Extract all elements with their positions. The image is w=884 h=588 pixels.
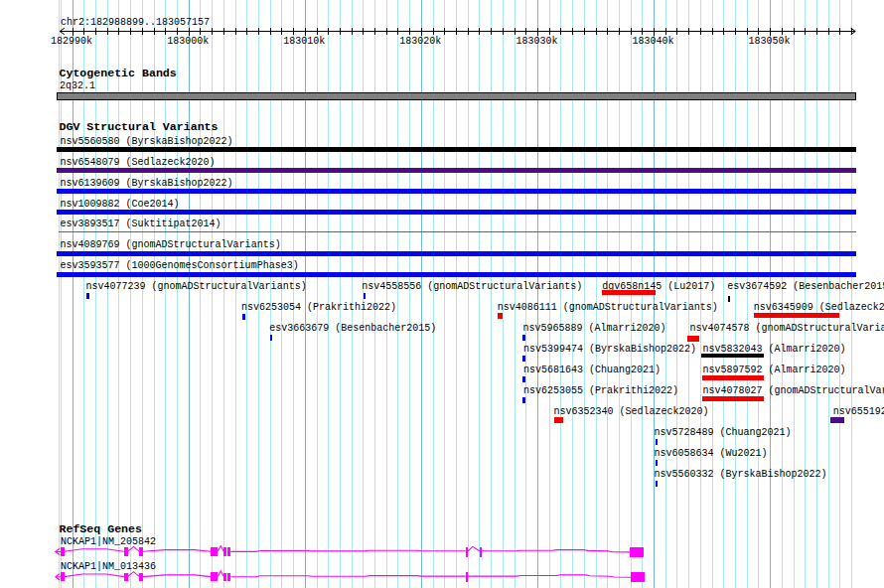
svg-text:nsv4078027 (gnomADStructuralVa: nsv4078027 (gnomADStructuralVariants) — [703, 385, 884, 396]
svg-text:nsv5560332 (ByrskaBishop2022): nsv5560332 (ByrskaBishop2022) — [655, 469, 827, 480]
svg-text:183010k: 183010k — [283, 36, 325, 47]
svg-text:nsv4077239 (gnomADStructuralVa: nsv4077239 (gnomADStructuralVariants) — [86, 281, 307, 292]
svg-text:chr2:182988899..183057157: chr2:182988899..183057157 — [61, 17, 210, 28]
svg-text:esv3674592 (Besenbacher2015): esv3674592 (Besenbacher2015) — [727, 281, 884, 292]
svg-text:nsv6345909 (Sedlazeck2022): nsv6345909 (Sedlazeck2022) — [754, 302, 884, 313]
svg-text:182990k: 182990k — [51, 36, 92, 47]
svg-text:esv3893517 (Suktitipat2014): esv3893517 (Suktitipat2014) — [61, 219, 221, 229]
svg-text:nsv5728489 (Chuang2021): nsv5728489 (Chuang2021) — [655, 427, 792, 438]
svg-text:nsv6139609 (ByrskaBishop2022): nsv6139609 (ByrskaBishop2022) — [61, 178, 233, 189]
svg-text:183020k: 183020k — [399, 36, 441, 47]
svg-text:nsv5897592 (Almarri2020): nsv5897592 (Almarri2020) — [703, 365, 846, 375]
svg-text:nsv6352340 (Sedlazeck2020): nsv6352340 (Sedlazeck2020) — [554, 406, 709, 417]
svg-text:nsv6253055 (Prakrithi2022): nsv6253055 (Prakrithi2022) — [523, 385, 678, 396]
svg-text:nsv4086111 (gnomADStructuralVa: nsv4086111 (gnomADStructuralVariants) — [498, 302, 718, 313]
svg-text:nsv5560580 (ByrskaBishop2022): nsv5560580 (ByrskaBishop2022) — [61, 136, 233, 147]
svg-text:183000k: 183000k — [167, 36, 209, 47]
svg-text:nsv6548079 (Sedlazeck2020): nsv6548079 (Sedlazeck2020) — [61, 157, 216, 168]
svg-text:NCKAP1|NM_205842: NCKAP1|NM_205842 — [61, 536, 156, 547]
svg-text:esv3663679 (Besenbacher2015): esv3663679 (Besenbacher2015) — [269, 323, 436, 334]
svg-text:183040k: 183040k — [632, 36, 673, 47]
svg-text:nsv4558556 (gnomADStructuralVa: nsv4558556 (gnomADStructuralVariants) — [362, 281, 582, 292]
svg-text:NCKAP1|NM_013436: NCKAP1|NM_013436 — [61, 561, 156, 572]
svg-text:2q32.1: 2q32.1 — [60, 80, 95, 91]
svg-text:nsv5399474 (ByrskaBishop2022): nsv5399474 (ByrskaBishop2022) — [523, 344, 696, 355]
svg-text:nsv1009882 (Coe2014): nsv1009882 (Coe2014) — [61, 199, 180, 210]
svg-text:Cytogenetic Bands: Cytogenetic Bands — [60, 67, 177, 79]
svg-text:nsv5832043 (Almarri2020): nsv5832043 (Almarri2020) — [703, 344, 846, 355]
svg-text:nsv5681643 (Chuang2021): nsv5681643 (Chuang2021) — [523, 365, 661, 375]
svg-text:DGV Structural Variants: DGV Structural Variants — [60, 120, 219, 133]
svg-text:esv3593577 (1000GenomesConsort: esv3593577 (1000GenomesConsortiumPhase3) — [61, 260, 299, 271]
svg-text:183050k: 183050k — [749, 36, 791, 47]
svg-text:nsv6253054 (Prakrithi2022): nsv6253054 (Prakrithi2022) — [241, 302, 396, 313]
svg-text:nsv4074578 (gnomADStructuralVa: nsv4074578 (gnomADStructuralVariants) — [689, 323, 884, 334]
svg-text:nsv5965889 (Almarri2020): nsv5965889 (Almarri2020) — [523, 323, 666, 334]
svg-text:RefSeq Genes: RefSeq Genes — [60, 522, 143, 535]
svg-text:nsv6058634 (Wu2021): nsv6058634 (Wu2021) — [655, 448, 768, 459]
svg-text:183030k: 183030k — [516, 36, 557, 47]
svg-text:nsv4089769 (gnomADStructuralVa: nsv4089769 (gnomADStructuralVariants) — [61, 239, 281, 250]
svg-text:nsv6551925 (Almarri2020): nsv6551925 (Almarri2020) — [833, 406, 884, 417]
